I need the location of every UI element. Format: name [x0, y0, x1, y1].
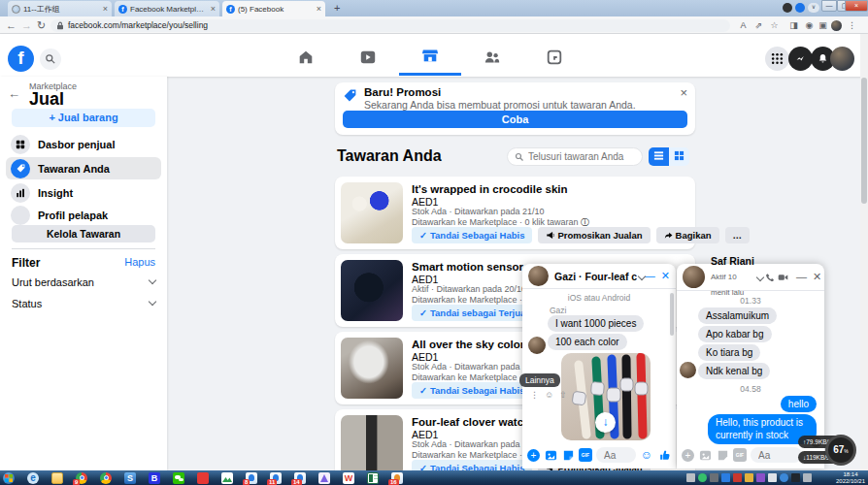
photo-icon[interactable] [698, 448, 712, 462]
sogou-input-icon[interactable]: S [124, 472, 136, 484]
gif-icon[interactable]: GIF [733, 448, 747, 462]
sticker-icon[interactable] [716, 448, 729, 462]
tray-icon[interactable] [686, 473, 695, 482]
start-button[interactable] [3, 472, 15, 484]
profile-avatar[interactable] [830, 47, 854, 71]
window-close-button[interactable]: × [845, 0, 868, 12]
listing-image[interactable] [341, 182, 403, 243]
thumbs-up-icon[interactable] [657, 448, 671, 462]
gif-icon[interactable]: GIF [579, 448, 592, 462]
manage-listings-button[interactable]: Kelola Tawaran [12, 225, 155, 242]
back-arrow-icon[interactable]: ← [8, 86, 20, 101]
facebook-logo[interactable]: f [8, 46, 34, 72]
chat-scrollbar-thumb[interactable] [670, 293, 674, 336]
internet-explorer-icon[interactable]: e [27, 472, 39, 484]
sidebar-item-tawaran-anda[interactable]: Tawaran Anda [6, 157, 161, 179]
tray-icon[interactable] [721, 473, 730, 482]
sidebar-item-profil-pelapak[interactable]: Profil pelapak [6, 204, 161, 226]
browser-avatar[interactable] [831, 20, 842, 31]
browser-profile-icon[interactable] [783, 3, 792, 13]
listing-search[interactable] [507, 147, 643, 166]
reply-icon[interactable]: ⇧ [559, 390, 567, 400]
tray-icon[interactable] [768, 473, 777, 482]
menu-grid-button[interactable] [765, 47, 789, 71]
nav-tab-watch[interactable] [337, 38, 399, 76]
wechat-icon[interactable] [173, 472, 184, 484]
mark-sold-button[interactable]: ✓Tandai Sebagai Habis [412, 382, 532, 399]
listing-image[interactable] [341, 338, 403, 399]
tray-icon[interactable] [733, 473, 742, 482]
address-bar[interactable]: facebook.com/marketplace/you/selling [50, 19, 730, 32]
more-options-button[interactable]: … [725, 227, 751, 243]
nav-tab-home[interactable] [275, 38, 337, 76]
extensions-puzzle-icon[interactable]: ◨ [788, 20, 799, 31]
mark-sold-button[interactable]: ✓Tandai sebagai Terjual [412, 305, 536, 321]
memory-percent-badge[interactable]: 67% [825, 435, 856, 466]
nav-tab-groups[interactable] [461, 38, 523, 76]
tray-icon[interactable] [756, 473, 765, 482]
sidebar-item-dasbor-penjual[interactable]: Dasbor penjual [6, 133, 161, 155]
chat-image-watches[interactable]: ↓ [561, 353, 651, 440]
close-tab-icon[interactable]: × [211, 4, 216, 14]
search-button[interactable] [40, 48, 61, 70]
tray-icon[interactable] [698, 473, 707, 482]
plus-icon[interactable]: + [527, 449, 540, 462]
new-tab-button[interactable]: + [334, 2, 340, 14]
photo-icon[interactable] [544, 448, 557, 462]
network-speed-widget[interactable]: ↑79.9KB/s ↓119KB/s 67% [798, 435, 856, 466]
browser-tab-2[interactable]: f Facebook Marketplace | Face × [115, 1, 219, 16]
download-image-button[interactable]: ↓ [595, 412, 616, 433]
filter-status-row[interactable]: Status [12, 298, 155, 309]
taskbar-clock[interactable]: 18:14 2022/10/21 [836, 471, 865, 485]
mark-sold-button[interactable]: ✓Tandai Sebagai Habis [412, 227, 532, 243]
sticker-icon[interactable] [561, 448, 575, 462]
listing-title[interactable]: It's wrapped in crocodile skin [412, 183, 688, 195]
blue-b-app-icon[interactable]: B [149, 472, 160, 484]
volume-icon[interactable] [791, 473, 800, 482]
share-page-icon[interactable]: ⇗ [753, 20, 764, 31]
aliwangwang-icon[interactable]: 16 [391, 472, 403, 484]
translate-icon[interactable]: A [738, 20, 749, 31]
grid-view-toggle[interactable] [669, 147, 689, 166]
mountain-app-icon[interactable] [221, 472, 233, 484]
chat-close-icon[interactable]: ✕ [661, 271, 670, 281]
network-icon[interactable] [803, 473, 812, 482]
refresh-icon[interactable]: ↻ [37, 19, 46, 32]
info-icon[interactable]: ⓘ [581, 217, 589, 227]
aliwangwang-icon[interactable]: 8 [246, 472, 257, 484]
tray-icon[interactable] [780, 473, 788, 482]
clear-filters-link[interactable]: Hapus [124, 256, 155, 270]
video-call-icon[interactable] [777, 271, 790, 284]
aliwangwang-icon[interactable]: 11 [270, 472, 282, 484]
purple-app-icon[interactable] [318, 472, 330, 484]
tray-icon[interactable] [710, 473, 718, 482]
forward-icon[interactable]: → [21, 19, 32, 31]
excel-icon[interactable] [367, 472, 379, 484]
chat-header[interactable]: Gazi · Four-leaf clover watch — ✕ [522, 264, 676, 289]
chrome-icon-2[interactable] [100, 472, 112, 484]
tray-icon[interactable] [745, 473, 753, 482]
chat-close-icon[interactable]: ✕ [813, 272, 821, 282]
close-banner-icon[interactable]: × [680, 85, 687, 100]
create-listing-button[interactable]: + Jual barang [12, 109, 155, 127]
browser-menu-dots-icon[interactable]: ⋮ [847, 20, 857, 31]
more-vertical-icon[interactable]: ⋮ [530, 390, 539, 400]
plus-icon[interactable]: + [682, 449, 694, 462]
wps-icon[interactable]: W [343, 472, 354, 484]
share-button[interactable]: Bagikan [656, 227, 719, 243]
window-minimize-button[interactable]: — [821, 0, 837, 12]
filter-sort-row[interactable]: Urut berdasarkan [12, 276, 155, 288]
chat-header[interactable]: Saf Riani Aktif 10 menit lalu — ✕ [677, 264, 824, 291]
promo-cta-button[interactable]: Coba [343, 111, 687, 128]
aliwangwang-icon[interactable]: 14 [294, 472, 306, 484]
chat-minimize-icon[interactable]: — [796, 272, 807, 282]
emoji-icon[interactable]: ☺ [640, 448, 653, 462]
close-tab-icon[interactable]: × [103, 4, 108, 14]
listing-image[interactable] [341, 260, 403, 321]
nav-tab-marketplace[interactable] [399, 38, 461, 76]
sidebar-item-insight[interactable]: Insight [6, 181, 161, 204]
close-tab-icon[interactable]: × [317, 4, 321, 14]
side-panel-icon[interactable]: ▣ [818, 20, 828, 31]
nav-tab-gaming[interactable] [523, 38, 585, 76]
promote-button[interactable]: Promosikan Jualan [538, 227, 650, 243]
